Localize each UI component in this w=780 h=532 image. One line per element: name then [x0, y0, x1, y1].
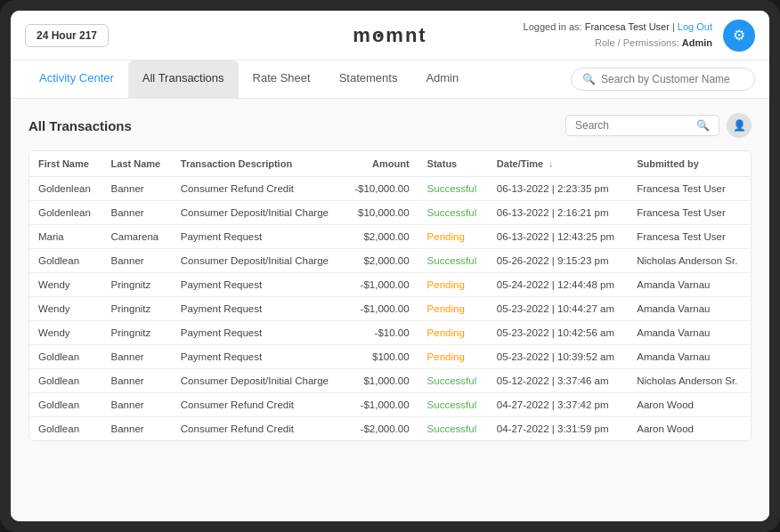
cell-submitted-by: Amanda Varnau — [628, 273, 751, 297]
transactions-table: First Name Last Name Transaction Descrip… — [28, 150, 752, 441]
cell-datetime: 06-13-2022 | 2:16:21 pm — [488, 201, 628, 225]
cell-amount: $10,000.00 — [343, 201, 418, 225]
cell-last-name: Camarena — [102, 225, 172, 249]
cell-datetime: 05-26-2022 | 9:15:23 pm — [488, 249, 628, 273]
cell-status: Successful — [418, 393, 488, 417]
cell-first-name: Goldlean — [29, 417, 102, 441]
cell-status: Successful — [418, 417, 488, 441]
cell-last-name: Pringnitz — [102, 321, 172, 345]
table-row: Wendy Pringnitz Payment Request -$1,000.… — [29, 273, 751, 297]
settings-button[interactable]: ⚙ — [723, 20, 755, 52]
nav-item-rate-sheet[interactable]: Rate Sheet — [239, 60, 325, 98]
cell-last-name: Pringnitz — [102, 273, 172, 297]
cell-datetime: 05-23-2022 | 10:39:52 am — [488, 345, 628, 369]
cell-description: Payment Request — [172, 345, 344, 369]
cell-amount: -$10.00 — [343, 321, 418, 345]
table-row: Goldlean Banner Consumer Deposit/Initial… — [29, 249, 751, 273]
col-first-name: First Name — [29, 151, 102, 177]
cell-submitted-by: Aaron Wood — [628, 393, 751, 417]
cell-datetime: 04-27-2022 | 3:37:42 pm — [488, 393, 628, 417]
cell-last-name: Banner — [102, 249, 172, 273]
cell-submitted-by: Amanda Varnau — [628, 345, 751, 369]
cell-last-name: Banner — [102, 393, 172, 417]
cell-datetime: 05-12-2022 | 3:37:46 am — [488, 369, 628, 393]
store-badge: 24 Hour 217 — [25, 24, 109, 47]
main-content: All Transactions 🔍 👤 First Name — [11, 99, 769, 521]
cell-description: Consumer Refund Credit — [172, 393, 344, 417]
cell-status: Successful — [418, 177, 488, 201]
col-submitted-by: Submitted by — [628, 151, 751, 177]
cell-last-name: Banner — [102, 177, 172, 201]
logged-in-label: Logged in as: — [524, 21, 582, 32]
nav-item-activity-center[interactable]: Activity Center — [25, 60, 128, 98]
table-row: Goldlean Banner Payment Request $100.00 … — [29, 345, 751, 369]
section-title: All Transactions — [28, 118, 132, 133]
nav-item-all-transactions[interactable]: All Transactions — [128, 60, 239, 98]
cell-amount: $2,000.00 — [343, 249, 418, 273]
header-left: 24 Hour 217 — [25, 24, 109, 47]
cell-first-name: Goldlean — [29, 369, 102, 393]
user-name: Francesa Test User — [585, 21, 670, 32]
cell-first-name: Goldenlean — [29, 201, 102, 225]
cell-status: Successful — [418, 249, 488, 273]
table-row: Goldlean Banner Consumer Refund Credit -… — [29, 417, 751, 441]
cell-first-name: Goldlean — [29, 249, 102, 273]
cell-datetime: 04-27-2022 | 3:31:59 pm — [488, 417, 628, 441]
cell-submitted-by: Amanda Varnau — [628, 321, 751, 345]
logout-link[interactable]: Log Out — [678, 21, 712, 32]
cell-amount: $100.00 — [343, 345, 418, 369]
col-last-name: Last Name — [102, 151, 172, 177]
nav-search-input[interactable] — [601, 73, 743, 85]
user-info: Logged in as: Francesa Test User | Log O… — [524, 20, 712, 51]
col-status: Status — [418, 151, 488, 177]
cell-submitted-by: Nicholas Anderson Sr. — [628, 369, 751, 393]
screen: 24 Hour 217 momnt Logged in as: Francesa… — [11, 11, 769, 521]
cell-amount: -$1,000.00 — [343, 273, 418, 297]
cell-amount: -$10,000.00 — [343, 177, 418, 201]
cell-first-name: Goldenlean — [29, 177, 102, 201]
col-datetime[interactable]: Date/Time ↓ — [488, 151, 628, 177]
cell-submitted-by: Aaron Wood — [628, 417, 751, 441]
col-description: Transaction Description — [172, 151, 344, 177]
cell-submitted-by: Francesa Test User — [628, 225, 751, 249]
cell-first-name: Maria — [29, 225, 102, 249]
cell-status: Successful — [418, 201, 488, 225]
section-header: All Transactions 🔍 👤 — [28, 113, 752, 138]
cell-status: Pending — [418, 297, 488, 321]
device-frame: 24 Hour 217 momnt Logged in as: Francesa… — [0, 0, 780, 532]
cell-status: Pending — [418, 321, 488, 345]
table-row: Goldenlean Banner Consumer Deposit/Initi… — [29, 201, 751, 225]
cell-status: Successful — [418, 369, 488, 393]
cell-first-name: Wendy — [29, 273, 102, 297]
nav-item-statements[interactable]: Statements — [325, 60, 412, 98]
cell-first-name: Wendy — [29, 297, 102, 321]
cell-last-name: Banner — [102, 345, 172, 369]
cell-last-name: Banner — [102, 369, 172, 393]
table-search: 🔍 — [565, 115, 719, 136]
role-label: Role / Permissions: — [595, 37, 679, 48]
table-row: Goldlean Banner Consumer Deposit/Initial… — [29, 369, 751, 393]
cell-status: Pending — [418, 225, 488, 249]
cell-datetime: 06-13-2022 | 2:23:35 pm — [488, 177, 628, 201]
cell-amount: -$1,000.00 — [343, 393, 418, 417]
table-row: Maria Camarena Payment Request $2,000.00… — [29, 225, 751, 249]
cell-description: Consumer Refund Credit — [172, 417, 344, 441]
cell-description: Payment Request — [172, 273, 344, 297]
nav-search-icon: 🔍 — [582, 73, 596, 85]
cell-submitted-by: Francesa Test User — [628, 177, 751, 201]
cell-first-name: Goldlean — [29, 345, 102, 369]
cell-last-name: Banner — [102, 201, 172, 225]
app-logo: momnt — [353, 24, 427, 47]
cell-datetime: 05-23-2022 | 10:42:56 am — [488, 321, 628, 345]
table-search-input[interactable] — [575, 119, 691, 132]
table-header-row: First Name Last Name Transaction Descrip… — [29, 151, 751, 177]
table-row: Goldlean Banner Consumer Refund Credit -… — [29, 393, 751, 417]
cell-description: Consumer Refund Credit — [172, 177, 344, 201]
cell-datetime: 05-24-2022 | 12:44:48 pm — [488, 273, 628, 297]
cell-description: Payment Request — [172, 321, 344, 345]
nav-item-admin[interactable]: Admin — [411, 60, 473, 98]
cell-description: Payment Request — [172, 225, 344, 249]
user-avatar: 👤 — [727, 113, 752, 138]
cell-datetime: 06-13-2022 | 12:43:25 pm — [488, 225, 628, 249]
cell-submitted-by: Francesa Test User — [628, 201, 751, 225]
